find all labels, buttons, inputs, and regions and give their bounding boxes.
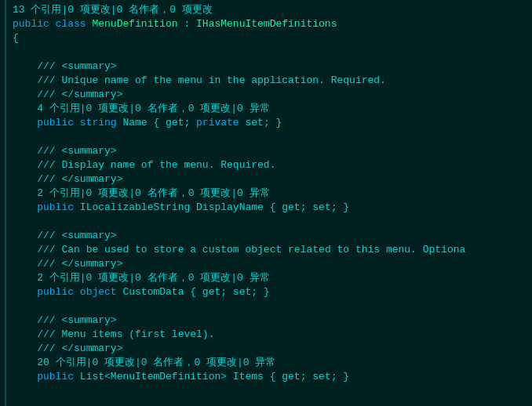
left-gutter-bar	[5, 0, 6, 406]
code-line-13: /// </summary>	[0, 172, 532, 187]
line-content	[13, 45, 37, 60]
line-content: /// <summary>	[13, 314, 117, 328]
token-comment: /// </summary>	[37, 173, 122, 185]
line-content: 4 个引用|0 项更改|0 名作者，0 项更改|0 异常	[13, 102, 270, 116]
line-content: 2 个引用|0 项更改|0 名作者，0 项更改|0 异常	[13, 187, 270, 201]
code-line-19: /// </summary>	[0, 257, 532, 271]
line-content	[13, 215, 37, 229]
code-line-25: /// </summary>	[0, 342, 532, 356]
token-normal: ILocalizableString DisplayName { get; se…	[80, 201, 349, 213]
code-line-9: public string Name { get; private set; }	[0, 116, 532, 130]
line-content: /// <summary>	[13, 144, 117, 158]
line-content: /// Display name of the menu. Required.	[13, 158, 275, 172]
token-comment: /// </summary>	[37, 89, 122, 100]
token-normal: Name { get;	[122, 117, 196, 129]
token-normal: {	[13, 32, 19, 44]
token-ref-count: 2 个引用|0 项更改|0 名作者，0 项更改|0 异常	[37, 272, 269, 284]
token-normal: CustomData { get; set; }	[122, 286, 269, 298]
line-content: /// <summary>	[13, 60, 117, 74]
code-line-16	[0, 215, 532, 229]
line-content: /// </summary>	[13, 88, 122, 102]
token-comment: /// <summary>	[37, 230, 116, 241]
token-kw-object: object	[80, 286, 123, 298]
code-line-20: 2 个引用|0 项更改|0 名作者，0 项更改|0 异常	[0, 271, 532, 285]
code-line-4	[0, 45, 532, 60]
token-comment: /// <summary>	[37, 314, 116, 326]
token-kw-string: string	[80, 117, 123, 129]
token-ref-count: 13 个引用|0 项更改|0 名作者，0 项更改	[13, 4, 213, 16]
line-content: /// </summary>	[13, 172, 122, 187]
line-content: 2 个引用|0 项更改|0 名作者，0 项更改|0 异常	[13, 271, 270, 285]
code-line-10	[0, 130, 532, 144]
code-line-6: /// Unique name of the menu in the appli…	[0, 74, 532, 88]
token-comment: /// </summary>	[37, 343, 122, 354]
token-ref-count: 2 个引用|0 项更改|0 名作者，0 项更改|0 异常	[37, 187, 269, 199]
code-line-12: /// Display name of the menu. Required.	[0, 158, 532, 172]
line-content: public ILocalizableString DisplayName { …	[13, 201, 349, 215]
code-line-26: 20 个引用|0 项更改|0 名作者，0 项更改|0 异常	[0, 356, 532, 370]
line-content: /// Unique name of the menu in the appli…	[13, 74, 386, 88]
code-line-15: public ILocalizableString DisplayName { …	[0, 201, 532, 215]
token-comment: /// Can be used to store a custom object…	[37, 244, 465, 256]
line-content: 13 个引用|0 项更改|0 名作者，0 项更改	[13, 3, 213, 17]
token-normal: set; }	[245, 117, 282, 129]
line-content: 20 个引用|0 项更改|0 名作者，0 项更改|0 异常	[13, 356, 275, 370]
token-kw-public: public	[37, 201, 80, 213]
line-content: /// Can be used to store a custom object…	[13, 243, 465, 257]
token-comment: /// <summary>	[37, 145, 116, 157]
code-line-3: {	[0, 31, 532, 45]
token-kw-public: public	[13, 18, 56, 30]
code-line-1: 13 个引用|0 项更改|0 名作者，0 项更改	[0, 3, 532, 17]
token-kw-private: private	[196, 117, 245, 129]
token-kw-class: class	[56, 18, 93, 30]
code-line-27: public List<MenuItemDefinition> Items { …	[0, 370, 532, 384]
token-ref-count: 4 个引用|0 项更改|0 名作者，0 项更改|0 异常	[37, 103, 269, 114]
token-comment: /// Display name of the menu. Required.	[37, 159, 275, 171]
code-line-21: public object CustomData { get; set; }	[0, 285, 532, 299]
line-content: /// Menu items (first level).	[13, 328, 214, 342]
code-line-24: /// Menu items (first level).	[0, 328, 532, 342]
code-line-22	[0, 299, 532, 314]
line-content: public string Name { get; private set; }	[13, 116, 282, 130]
code-line-11: /// <summary>	[0, 144, 532, 158]
code-line-8: 4 个引用|0 项更改|0 名作者，0 项更改|0 异常	[0, 102, 532, 116]
line-content: public class MenuDefinition : IHasMenuIt…	[13, 17, 337, 31]
line-content: {	[13, 31, 19, 45]
line-content	[13, 130, 37, 144]
token-comment: /// </summary>	[37, 258, 122, 270]
code-line-17: /// <summary>	[0, 229, 532, 243]
line-content: /// </summary>	[13, 342, 122, 356]
code-line-2: public class MenuDefinition : IHasMenuIt…	[0, 17, 532, 31]
token-normal: List<MenuItemDefinition> Items { get; se…	[80, 371, 349, 382]
code-lines: 13 个引用|0 项更改|0 名作者，0 项更改public class Men…	[0, 3, 532, 384]
code-editor: 13 个引用|0 项更改|0 名作者，0 项更改public class Men…	[0, 0, 532, 406]
code-line-23: /// <summary>	[0, 314, 532, 328]
code-line-14: 2 个引用|0 项更改|0 名作者，0 项更改|0 异常	[0, 187, 532, 201]
token-normal: :	[178, 18, 196, 30]
line-content: public object CustomData { get; set; }	[13, 285, 270, 299]
token-comment: /// Unique name of the menu in the appli…	[37, 74, 386, 86]
token-comment: /// Menu items (first level).	[37, 328, 214, 340]
token-kw-public: public	[37, 371, 80, 382]
token-interface: IHasMenuItemDefinitions	[196, 18, 337, 30]
line-content: /// </summary>	[13, 257, 122, 271]
token-kw-public: public	[37, 286, 80, 298]
code-line-7: /// </summary>	[0, 88, 532, 102]
token-classname: MenuDefinition	[92, 18, 177, 30]
line-content	[13, 299, 37, 314]
code-line-18: /// Can be used to store a custom object…	[0, 243, 532, 257]
token-ref-count: 20 个引用|0 项更改|0 名作者，0 项更改|0 异常	[37, 357, 275, 368]
token-kw-public: public	[37, 117, 80, 129]
code-line-5: /// <summary>	[0, 60, 532, 74]
line-content: public List<MenuItemDefinition> Items { …	[13, 370, 349, 384]
token-comment: /// <summary>	[37, 60, 116, 72]
line-content: /// <summary>	[13, 229, 117, 243]
